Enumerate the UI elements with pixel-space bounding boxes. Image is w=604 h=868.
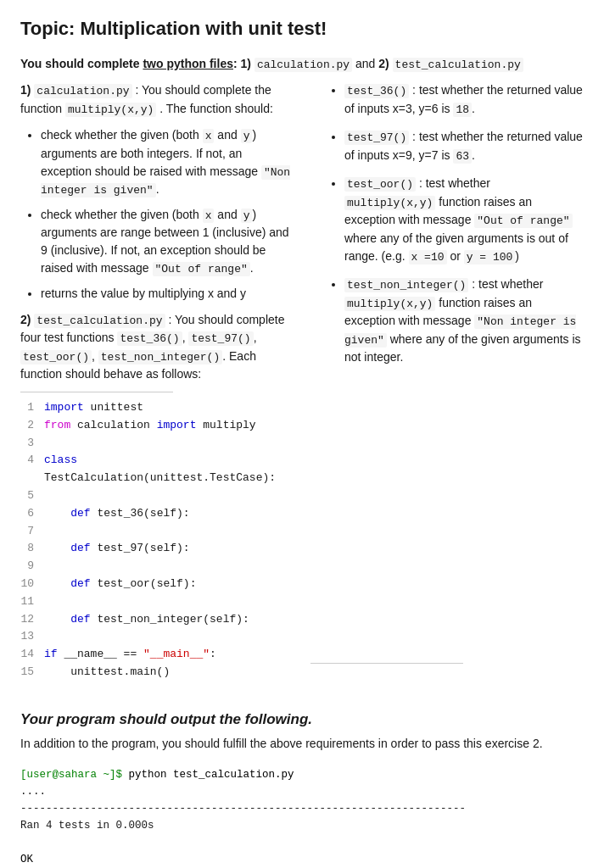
line-num-7: 7	[20, 523, 44, 541]
line-num-2: 2	[20, 417, 44, 435]
column-right: test_36() : test whether the returned va…	[310, 81, 584, 695]
code-content-9	[44, 558, 294, 576]
terminal-line-5	[20, 834, 584, 851]
code-content-10: def test_oor(self):	[44, 576, 294, 593]
intro-file1: calculation.py	[254, 58, 352, 72]
code-line-9: 9	[20, 558, 294, 576]
code-line-4: 4 class TestCalculation(unittest.TestCas…	[20, 452, 294, 487]
intro-num2: 2)	[378, 57, 389, 70]
section1-file: calculation.py	[34, 84, 131, 98]
code-line-5: 5	[20, 487, 294, 505]
code-content-11	[44, 593, 294, 611]
code-content-14: if __name__ == "__main__":	[44, 646, 294, 664]
terminal-line-3: ----------------------------------------…	[20, 800, 584, 817]
code-content-3	[44, 435, 294, 453]
code-content-8: def test_97(self):	[44, 540, 294, 558]
msg-nonint: "Non integer is given"	[344, 314, 576, 348]
fn-multiply-oor: multiply(x,y)	[344, 196, 435, 210]
section2-fn1: test_36()	[117, 331, 182, 346]
kw-import2: import	[157, 419, 197, 431]
terminal-cmd: python test_calculation.py	[129, 769, 294, 781]
bullet-left-3: returns the value by multiplying x and y	[41, 285, 294, 303]
ex-y100: y = 100	[464, 250, 516, 264]
fn-test36: test_36()	[344, 84, 409, 98]
terminal-line-1: [user@sahara ~]$ python test_calculation…	[20, 766, 584, 783]
msg-oor: "Out of range"	[474, 214, 572, 228]
intro-file2: test_calculation.py	[393, 58, 523, 72]
terminal-block: [user@sahara ~]$ python test_calculation…	[20, 763, 584, 868]
code-y1: y	[241, 129, 253, 143]
code-line-7: 7	[20, 523, 294, 541]
section1-intro: 1) calculation.py : You should complete …	[20, 81, 294, 118]
bullet-right-4: test_non_integer() : test whether multip…	[344, 275, 584, 366]
code-content-7	[44, 523, 294, 541]
intro-colon: : 1)	[233, 57, 251, 70]
section2-file: test_calculation.py	[34, 314, 165, 328]
intro-paragraph: You should complete two python files: 1)…	[20, 55, 584, 74]
code-msg1: "Non integer is given"	[41, 165, 290, 198]
right-divider	[310, 663, 463, 664]
section1-label: 1)	[20, 83, 31, 97]
val-18: 18	[453, 103, 472, 117]
intro-bold: You should complete	[20, 57, 143, 70]
output-desc: In addition to the program, you should f…	[20, 735, 584, 753]
section2-intro: 2) test_calculation.py : You should comp…	[20, 311, 294, 384]
code-table: 1 import unittest 2 from calculation imp…	[20, 399, 294, 682]
code-line-14: 14 if __name__ == "__main__":	[20, 646, 294, 664]
page-title: Topic: Multiplication with unit test!	[20, 17, 584, 42]
code-line-1: 1 import unittest	[20, 399, 294, 417]
kw-str-main: "__main__"	[143, 648, 210, 660]
line-num-6: 6	[20, 505, 44, 523]
code-line-6: 6 def test_36(self):	[20, 505, 294, 523]
fn-test97: test_97()	[344, 131, 409, 145]
left-divider	[20, 392, 173, 392]
code-line-12: 12 def test_non_integer(self):	[20, 611, 294, 629]
code-content-5	[44, 487, 294, 505]
fn-testnonint: test_non_integer()	[344, 278, 468, 292]
line-num-15: 15	[20, 664, 44, 682]
line-num-1: 1	[20, 399, 44, 417]
output-title: Your program should output the following…	[20, 709, 584, 731]
section2-fn4: test_non_integer()	[98, 350, 222, 364]
code-msg2: "Out of range"	[153, 262, 250, 276]
code-line-10: 10 def test_oor(self):	[20, 576, 294, 593]
code-line-15: 15 unittest.main()	[20, 664, 294, 682]
bullet-right-1: test_36() : test whether the returned va…	[344, 81, 584, 118]
line-num-4: 4	[20, 452, 44, 487]
kw-def1: def	[70, 507, 90, 520]
kw-def2: def	[70, 542, 90, 554]
kw-def4: def	[70, 613, 90, 626]
kw-def3: def	[70, 577, 90, 590]
code-line-8: 8 def test_97(self):	[20, 540, 294, 558]
code-y2: y	[241, 209, 253, 223]
section2-label: 2)	[20, 313, 31, 326]
bullet-left-1: check whether the given (both x and y) a…	[41, 126, 294, 199]
ex-x10: x =10	[409, 250, 447, 264]
terminal-prompt: [user@sahara ~]$	[20, 769, 122, 781]
bullet-right-2: test_97() : test whether the returned va…	[344, 128, 584, 164]
section2-fn2: test_97()	[188, 331, 253, 346]
fn-testoor: test_oor()	[344, 177, 416, 192]
line-num-3: 3	[20, 435, 44, 453]
code-line-3: 3	[20, 435, 294, 453]
code-block: 1 import unittest 2 from calculation imp…	[20, 399, 294, 682]
code-line-2: 2 from calculation import multiply	[20, 417, 294, 435]
line-num-14: 14	[20, 646, 44, 664]
bullets-left: check whether the given (both x and y) a…	[37, 126, 294, 303]
line-num-10: 10	[20, 576, 44, 593]
output-section: Your program should output the following…	[20, 709, 584, 868]
line-num-11: 11	[20, 593, 44, 611]
terminal-ok: OK	[20, 851, 584, 868]
section1-desc2: . The function should:	[159, 102, 273, 115]
content-columns: 1) calculation.py : You should complete …	[20, 81, 584, 695]
code-content-4: class TestCalculation(unittest.TestCase)…	[44, 452, 294, 487]
code-content-1: import unittest	[44, 399, 294, 417]
s2-comma3: ,	[92, 349, 98, 363]
s2-comma2: ,	[254, 331, 257, 344]
code-x1: x	[203, 129, 215, 143]
terminal-line-2: ....	[20, 783, 584, 800]
line-num-5: 5	[20, 487, 44, 505]
bullet-left-2: check whether the given (both x and y) a…	[41, 206, 294, 278]
line-num-12: 12	[20, 611, 44, 629]
kw-if: if	[44, 648, 58, 660]
